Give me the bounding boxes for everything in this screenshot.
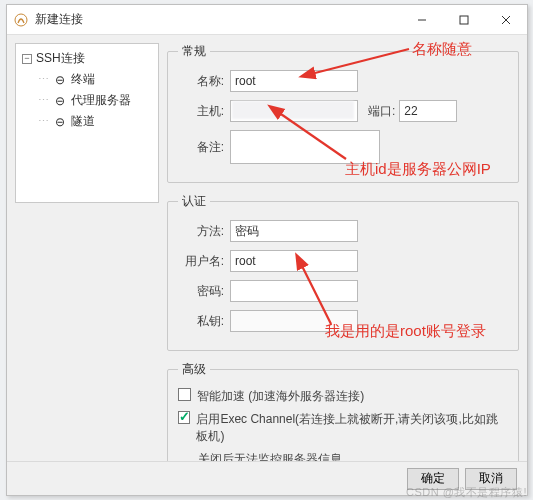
section-general: 常规 名称: 主机: 端口: 备注: bbox=[167, 43, 519, 183]
privatekey-input bbox=[230, 310, 358, 332]
tree-node-root[interactable]: − SSH连接 bbox=[20, 48, 154, 69]
connection-type-tree: − SSH连接 ⋯ ⊖ 终端 ⋯ ⊖ 代理服务器 ⋯ ⊖ 隧道 bbox=[15, 43, 159, 203]
tree-line: ⋯ bbox=[38, 94, 47, 107]
section-general-legend: 常规 bbox=[178, 43, 210, 60]
dialog-window: 新建连接 − SSH连接 ⋯ ⊖ 终端 ⋯ ⊖ bbox=[6, 4, 528, 496]
section-advanced: 高级 智能加速 (加速海外服务器连接) 启用Exec Channel(若连接上就… bbox=[167, 361, 519, 461]
tree-root-label: SSH连接 bbox=[36, 50, 85, 67]
svg-rect-2 bbox=[460, 16, 468, 24]
note-label: 备注: bbox=[178, 139, 224, 156]
privatekey-label: 私钥: bbox=[178, 313, 224, 330]
note-input[interactable] bbox=[230, 130, 380, 164]
username-label: 用户名: bbox=[178, 253, 224, 270]
accel-checkbox[interactable] bbox=[178, 388, 191, 401]
window-controls bbox=[401, 5, 527, 34]
tree-item-label: 隧道 bbox=[71, 113, 95, 130]
username-input[interactable] bbox=[230, 250, 358, 272]
watermark: CSDN @我不是程序猿! bbox=[406, 485, 527, 500]
section-advanced-legend: 高级 bbox=[178, 361, 210, 378]
app-icon bbox=[13, 12, 29, 28]
circle-minus-icon: ⊖ bbox=[53, 73, 67, 87]
tree-node-terminal[interactable]: ⋯ ⊖ 终端 bbox=[20, 69, 154, 90]
exec-sublabel: 关闭后无法监控服务器信息 bbox=[198, 451, 508, 461]
close-button[interactable] bbox=[485, 5, 527, 34]
port-input[interactable] bbox=[399, 100, 457, 122]
exec-label: 启用Exec Channel(若连接上就被断开,请关闭该项,比如跳板机) bbox=[196, 411, 508, 445]
circle-minus-icon: ⊖ bbox=[53, 115, 67, 129]
password-label: 密码: bbox=[178, 283, 224, 300]
port-label: 端口: bbox=[368, 103, 395, 120]
titlebar: 新建连接 bbox=[7, 5, 527, 35]
name-label: 名称: bbox=[178, 73, 224, 90]
exec-checkbox[interactable] bbox=[178, 411, 190, 424]
minimize-button[interactable] bbox=[401, 5, 443, 34]
section-auth: 认证 方法: 密码 用户名: 密码: 私钥: bbox=[167, 193, 519, 351]
tree-node-tunnel[interactable]: ⋯ ⊖ 隧道 bbox=[20, 111, 154, 132]
maximize-button[interactable] bbox=[443, 5, 485, 34]
collapse-icon[interactable]: − bbox=[22, 54, 32, 64]
form-area: 常规 名称: 主机: 端口: 备注: 认证 bbox=[167, 35, 527, 461]
tree-line: ⋯ bbox=[38, 115, 47, 128]
host-label: 主机: bbox=[178, 103, 224, 120]
name-input[interactable] bbox=[230, 70, 358, 92]
circle-minus-icon: ⊖ bbox=[53, 94, 67, 108]
password-input[interactable] bbox=[230, 280, 358, 302]
svg-point-0 bbox=[15, 14, 27, 26]
method-label: 方法: bbox=[178, 223, 224, 240]
tree-line: ⋯ bbox=[38, 73, 47, 86]
accel-label: 智能加速 (加速海外服务器连接) bbox=[197, 388, 364, 405]
section-auth-legend: 认证 bbox=[178, 193, 210, 210]
tree-item-label: 代理服务器 bbox=[71, 92, 131, 109]
method-select[interactable]: 密码 bbox=[230, 220, 358, 242]
tree-item-label: 终端 bbox=[71, 71, 95, 88]
sidebar: − SSH连接 ⋯ ⊖ 终端 ⋯ ⊖ 代理服务器 ⋯ ⊖ 隧道 bbox=[7, 35, 167, 461]
tree-node-proxy[interactable]: ⋯ ⊖ 代理服务器 bbox=[20, 90, 154, 111]
window-title: 新建连接 bbox=[35, 11, 401, 28]
host-redaction bbox=[232, 101, 354, 119]
